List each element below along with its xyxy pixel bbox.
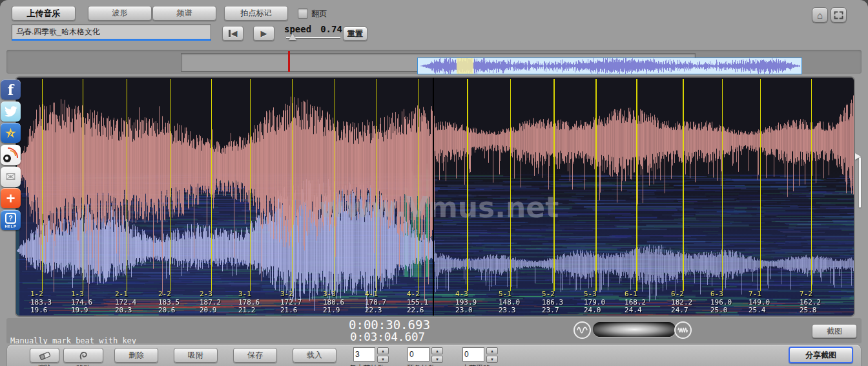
beat-marker-layer: 1-2183.319.61-3174.619.92-1172.420.32-21… — [16, 78, 854, 316]
beat-label: 2-3187.220.9 — [200, 290, 241, 315]
email-share-button[interactable]: ✉ — [1, 167, 21, 187]
bar-offset-up-button[interactable]: ▲ — [486, 347, 498, 354]
speed-slider-thumb[interactable] — [289, 34, 296, 40]
right-slider-handle[interactable] — [859, 157, 861, 208]
down-arrow-icon: ▼ — [435, 358, 439, 361]
bar-offset-input[interactable] — [462, 347, 484, 361]
pickup-beats-down-button[interactable]: ▼ — [431, 356, 443, 363]
beat-label: 5-2186.323.7 — [542, 290, 583, 315]
share-screenshot-button[interactable]: 分享截图 — [789, 347, 853, 363]
beat-marker-line[interactable] — [683, 79, 684, 291]
qzone-share-button[interactable]: ★z — [1, 123, 21, 143]
speed-readout: speed0.74 — [284, 24, 342, 34]
snap-button[interactable]: 吸附 — [174, 348, 218, 363]
upload-music-button[interactable]: 上传音乐 — [12, 6, 76, 21]
beat-label: 5-3179.024.0 — [584, 290, 625, 315]
beat-marker-line[interactable] — [170, 79, 171, 291]
beat-label: 4-3193.923.0 — [455, 290, 497, 315]
beat-marker-line[interactable] — [335, 79, 336, 291]
beat-label: 7-1149.025.4 — [749, 290, 790, 315]
overview-highlight-band — [457, 58, 473, 74]
help-text: HELP — [5, 224, 16, 228]
beat-marker-line[interactable] — [127, 79, 128, 291]
beat-marker-line[interactable] — [83, 79, 84, 291]
beat-label: 4-1178.722.3 — [365, 290, 406, 315]
up-arrow-icon: ▲ — [490, 349, 494, 353]
overview-waveform — [418, 58, 801, 74]
more-share-button[interactable]: + — [1, 188, 21, 208]
skip-start-bar-icon — [229, 30, 231, 37]
skip-to-start-button[interactable]: ◀ — [222, 26, 243, 41]
play-icon: ▶ — [261, 29, 267, 38]
beat-mark-tab-button[interactable]: 拍点标记 — [224, 6, 288, 21]
plus-icon: + — [6, 189, 15, 208]
waveform-zoom-max-button[interactable] — [674, 321, 692, 339]
wave-dense-icon — [677, 326, 688, 334]
beat-marker-line[interactable] — [377, 79, 378, 291]
filename-input[interactable] — [12, 25, 211, 41]
waveform-zoom-min-button[interactable] — [574, 321, 591, 339]
beat-marker-line[interactable] — [467, 79, 468, 291]
delete-button[interactable]: 删除 — [114, 348, 158, 363]
beat-marker-line[interactable] — [722, 79, 723, 291]
status-bar: Manually mark beat with key (A, S, D, F)… — [6, 318, 862, 343]
play-button[interactable]: ▶ — [253, 26, 274, 41]
question-icon: ? — [5, 213, 16, 224]
spectrum-tab-button[interactable]: 频谱 — [152, 6, 216, 21]
erase-tool-button[interactable] — [30, 348, 59, 363]
save-button[interactable]: 保存 — [233, 348, 277, 363]
beat-marker-line[interactable] — [42, 79, 43, 291]
playhead-line[interactable] — [433, 78, 434, 316]
current-time: 0:00:30.693 — [349, 318, 425, 331]
bar-offset-down-button[interactable]: ▼ — [486, 356, 498, 363]
beat-marker-line[interactable] — [292, 79, 293, 291]
screenshot-button[interactable]: 截图 — [812, 324, 857, 338]
move-tool-button[interactable] — [63, 348, 103, 363]
speed-value: 0.74 — [320, 24, 342, 34]
beat-marker-line[interactable] — [760, 79, 761, 291]
beat-label: 6-2182.224.7 — [671, 290, 712, 315]
weibo-eye-icon — [3, 155, 11, 162]
qzone-z-glyph: z — [9, 131, 12, 138]
edit-toolbar: 擦除 移动 删除 吸附 保存 载入 ▲ ▼ 每小节拍数 ▲ ▼ 预备拍数 ▲ ▼… — [6, 344, 862, 366]
down-arrow-icon: ▼ — [381, 358, 385, 361]
beat-marker-line[interactable] — [418, 79, 420, 291]
time-display: 0:00:30.693 0:03:04.607 — [349, 318, 425, 343]
twitter-share-button[interactable] — [1, 102, 21, 122]
fullscreen-button[interactable] — [831, 7, 847, 23]
pickup-beats-input[interactable] — [408, 347, 429, 361]
beat-marker-line[interactable] — [636, 79, 637, 291]
eraser-icon — [39, 350, 51, 360]
overview-track[interactable] — [181, 53, 696, 72]
home-button[interactable]: ⌂ — [812, 7, 828, 23]
beat-marker-line[interactable] — [510, 79, 512, 291]
wave-sparse-icon — [577, 326, 588, 334]
beat-label: 1-2183.319.6 — [30, 290, 72, 315]
beat-marker-line[interactable] — [250, 79, 251, 291]
down-arrow-icon: ▼ — [490, 358, 494, 361]
beat-label: 7-2162.225.8 — [800, 290, 841, 315]
beats-per-bar-down-button[interactable]: ▼ — [377, 356, 389, 363]
pickup-beats-up-button[interactable]: ▲ — [431, 347, 443, 354]
skip-start-icon: ◀ — [231, 29, 238, 38]
reset-speed-button[interactable]: 重置 — [343, 27, 367, 41]
overview-playhead[interactable] — [288, 51, 290, 72]
beat-marker-line[interactable] — [553, 79, 555, 291]
overview-selection[interactable] — [417, 58, 802, 74]
beats-per-bar-input[interactable] — [353, 347, 375, 361]
waveform-zoom-slider[interactable] — [593, 322, 676, 337]
spectrogram-panel[interactable]: 1-2183.319.61-3174.619.92-1172.420.32-21… — [15, 76, 855, 317]
facebook-share-button[interactable]: f — [1, 80, 21, 100]
help-button[interactable]: ? HELP — [1, 210, 21, 230]
beat-marker-line[interactable] — [811, 79, 812, 291]
beat-marker-line[interactable] — [211, 79, 212, 291]
load-button[interactable]: 载入 — [293, 348, 336, 363]
beats-per-bar-up-button[interactable]: ▲ — [377, 347, 389, 354]
weibo-share-button[interactable] — [1, 145, 21, 165]
beat-label: 2-2183.520.6 — [158, 290, 200, 315]
page-turn-checkbox[interactable] — [298, 8, 308, 19]
beat-label: 1-3174.619.9 — [71, 290, 112, 315]
beat-marker-line[interactable] — [595, 79, 597, 291]
up-arrow-icon: ▲ — [435, 349, 439, 353]
waveform-tab-button[interactable]: 波形 — [88, 6, 152, 21]
